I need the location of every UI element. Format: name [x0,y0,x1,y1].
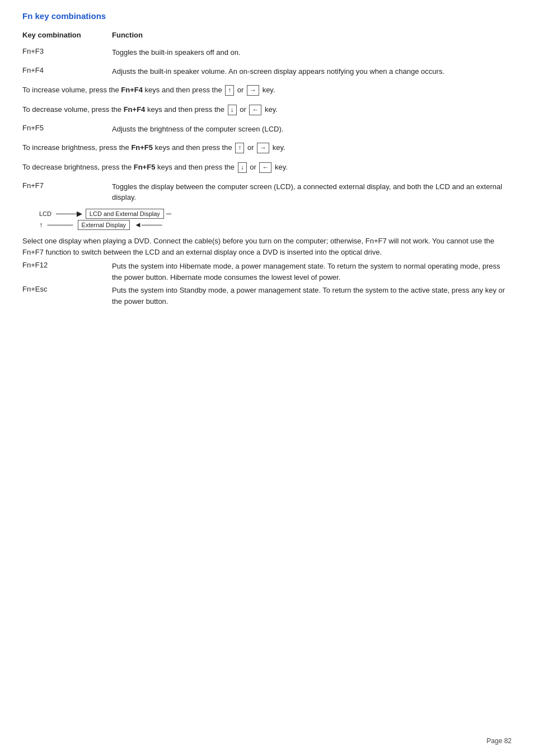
fn-f12-key: Fn+F12 [22,261,112,283]
fn-esc-key: Fn+Esc [22,285,112,307]
fn-esc-row: Fn+Esc Puts the system into Standby mode… [22,285,512,307]
volume-decrease-line: To decrease volume, press the Fn+F4 keys… [22,104,512,116]
diagram-up-arrow: ↑ [39,220,43,229]
diagram-back-arrow: ◄──── [134,220,162,229]
fn-f7-key: Fn+F7 [22,181,112,203]
fn-f12-row: Fn+F12 Puts the system into Hibernate mo… [22,261,512,283]
fn-f4-func: Adjusts the built-in speaker volume. An … [112,66,512,77]
down-arrow-icon-bright: ↓ [238,162,247,173]
fn-f4-key: Fn+F4 [22,66,112,77]
right-arrow-icon-bright: → [257,143,269,154]
fn-f7-func: Toggles the display between the computer… [112,181,512,203]
diagram-row-1: LCD ────▶ LCD and External Display ─ [39,209,512,219]
fn-f3-row: Fn+F3 Toggles the built-in speakers off … [22,47,512,58]
diagram-arrow-right: ────▶ [56,209,82,218]
fn-f4-row: Fn+F4 Adjusts the built-in speaker volum… [22,66,512,77]
left-arrow-icon-vol: ← [249,105,261,116]
col-header-key: Key combination [22,31,112,39]
col-header-func: Function [112,31,143,39]
fn-f3-key: Fn+F3 [22,47,112,58]
fn-f5-key: Fn+F5 [22,124,112,135]
dvd-note: Select one display when playing a DVD. C… [22,236,512,259]
up-arrow-icon-bright: ↑ [235,143,244,154]
volume-increase-line: To increase volume, press the Fn+F4 keys… [22,84,512,96]
fn-f5-row: Fn+F5 Adjusts the brightness of the comp… [22,124,512,135]
brightness-increase-line: To increase brightness, press the Fn+F5 … [22,142,512,154]
fn-f3-func: Toggles the built-in speakers off and on… [112,47,512,58]
fn-esc-func: Puts the system into Standby mode, a pow… [112,285,512,307]
lcd-label: LCD [39,210,51,217]
fn-f5-func: Adjusts the brightness of the computer s… [112,124,512,135]
down-arrow-icon-vol: ↓ [228,105,237,116]
diagram-row-2: ↑ ───── External Display ◄──── [39,220,512,230]
diagram-top-line: ─ [166,209,171,218]
fn-f12-func: Puts the system into Hibernate mode, a p… [112,261,512,283]
up-arrow-icon: ↑ [225,85,234,96]
brightness-decrease-line: To decrease brightness, press the Fn+F5 … [22,162,512,173]
right-arrow-icon: → [247,85,259,96]
external-display-box: External Display [78,220,130,230]
page-number: Page 82 [486,737,512,745]
left-arrow-icon-bright: ← [259,162,271,173]
fn-f7-row: Fn+F7 Toggles the display between the co… [22,181,512,203]
diagram-bottom-line: ───── [48,220,73,229]
display-diagram: LCD ────▶ LCD and External Display ─ ↑ ─… [39,209,512,230]
page-title: Fn key combinations [22,11,512,21]
lcd-external-box: LCD and External Display [86,209,164,219]
